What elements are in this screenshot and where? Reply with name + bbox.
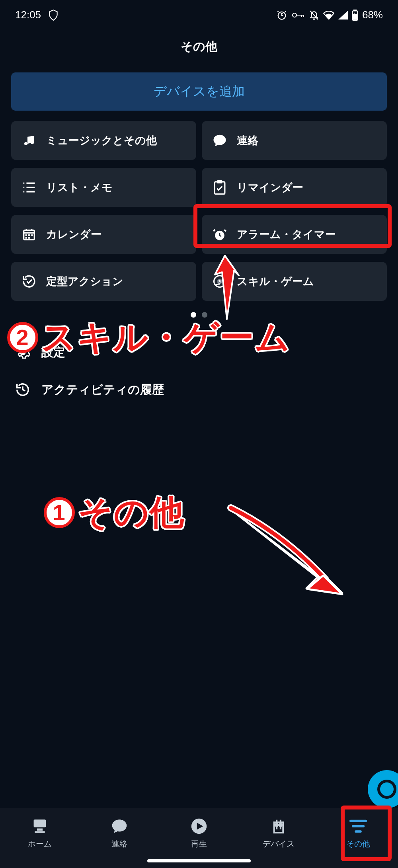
routine-icon xyxy=(21,274,37,289)
skills-icon xyxy=(212,274,227,289)
chat-bubble-icon xyxy=(212,133,227,148)
svg-rect-6 xyxy=(217,180,222,183)
card-label: ミュージックとその他 xyxy=(46,133,157,148)
svg-point-22 xyxy=(279,824,282,826)
nav-label: ホーム xyxy=(28,839,52,849)
card-calendar[interactable]: カレンダー xyxy=(11,215,196,254)
notification-off-icon xyxy=(309,10,319,21)
row-activity-history[interactable]: アクティビティの履歴 xyxy=(11,371,387,408)
nav-label: デバイス xyxy=(263,839,295,849)
alexa-ring-icon xyxy=(377,780,396,799)
list-row-label: アクティビティの履歴 xyxy=(41,382,164,398)
card-label: スキル・ゲーム xyxy=(237,274,314,289)
annotation-step2: 2スキル・ゲーム xyxy=(7,314,291,361)
nav-more[interactable]: その他 xyxy=(334,817,382,849)
annotation-step1-text: その他 xyxy=(78,493,185,531)
music-note-icon xyxy=(21,133,37,148)
card-reminders[interactable]: リマインダー xyxy=(202,168,387,207)
card-label: 連絡 xyxy=(237,133,258,148)
status-bar: 12:05 68% xyxy=(0,0,398,25)
svg-point-1 xyxy=(293,13,297,17)
card-skills-games[interactable]: スキル・ゲーム xyxy=(202,262,387,301)
svg-rect-3 xyxy=(354,10,356,11)
nav-communication[interactable]: 連絡 xyxy=(96,817,143,849)
nav-label: 連絡 xyxy=(111,839,127,849)
svg-rect-9 xyxy=(28,234,30,236)
list-icon xyxy=(21,180,37,195)
svg-rect-17 xyxy=(34,819,46,827)
add-device-button[interactable]: デバイスを追加 xyxy=(11,72,387,111)
home-icon xyxy=(31,817,49,835)
annotation-step1-number: 1 xyxy=(44,497,75,528)
gesture-bar xyxy=(147,859,251,862)
card-alarms[interactable]: アラーム・タイマー xyxy=(202,215,387,254)
nav-label: その他 xyxy=(346,839,370,849)
svg-rect-12 xyxy=(28,237,30,239)
shield-icon xyxy=(48,9,59,21)
card-communication[interactable]: 連絡 xyxy=(202,121,387,160)
card-routines[interactable]: 定型アクション xyxy=(11,262,196,301)
wifi-icon xyxy=(323,11,334,20)
card-lists[interactable]: リスト・メモ xyxy=(11,168,196,207)
alarm-clock-icon xyxy=(212,227,227,242)
svg-rect-5 xyxy=(215,182,225,194)
card-label: アラーム・タイマー xyxy=(237,227,336,242)
nav-devices[interactable]: デバイス xyxy=(255,817,302,849)
card-label: リスト・メモ xyxy=(46,180,113,195)
card-label: 定型アクション xyxy=(46,274,123,289)
clipboard-check-icon xyxy=(212,180,227,195)
svg-rect-11 xyxy=(25,237,27,239)
card-music[interactable]: ミュージックとその他 xyxy=(11,121,196,160)
chat-bubble-icon xyxy=(110,817,129,835)
devices-icon xyxy=(269,817,288,835)
vpn-key-icon xyxy=(291,11,305,19)
battery-percent: 68% xyxy=(362,9,383,21)
history-icon xyxy=(14,381,31,398)
card-grid: ミュージックとその他 連絡 リスト・メモ リマインダー カレンダー アラーム・タ… xyxy=(0,111,398,301)
more-icon xyxy=(349,817,367,835)
cell-signal-icon xyxy=(338,11,348,20)
card-label: カレンダー xyxy=(46,227,101,242)
svg-rect-19 xyxy=(35,831,45,833)
nav-play[interactable]: 再生 xyxy=(175,817,223,849)
battery-icon xyxy=(352,10,358,21)
annotation-step2-number: 2 xyxy=(7,322,38,353)
alexa-fab[interactable] xyxy=(368,770,398,808)
nav-home[interactable]: ホーム xyxy=(16,817,64,849)
alarm-add-icon xyxy=(276,10,287,21)
svg-rect-18 xyxy=(37,829,43,831)
svg-point-21 xyxy=(275,824,278,826)
svg-rect-8 xyxy=(25,234,27,236)
status-time: 12:05 xyxy=(15,9,41,21)
annotation-step1: 1その他 xyxy=(44,490,185,536)
calendar-icon xyxy=(21,227,37,242)
annotation-arrow-down xyxy=(223,501,350,597)
annotation-step2-text: スキル・ゲーム xyxy=(41,318,291,356)
svg-rect-10 xyxy=(31,234,33,236)
play-icon xyxy=(190,817,208,835)
page-title: その他 xyxy=(0,25,398,72)
card-label: リマインダー xyxy=(237,180,303,195)
nav-label: 再生 xyxy=(191,839,207,849)
